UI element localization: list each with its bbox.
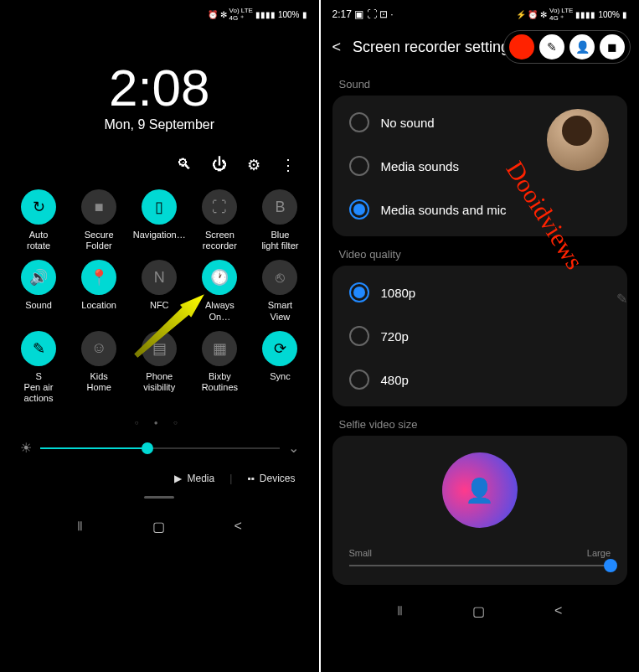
quality-card: ✎ 1080p720p480p	[332, 266, 628, 406]
tile-icon: ⎋	[262, 260, 297, 295]
tile-label: KidsHome	[86, 371, 111, 393]
tile-icon: ⛶	[202, 189, 237, 225]
recents-button[interactable]: ⦀	[77, 519, 83, 535]
brightness-icon: ☀	[20, 440, 32, 456]
home-button[interactable]: ▢	[472, 603, 485, 619]
time: 2:08	[0, 62, 319, 114]
radio-option[interactable]: 720p	[332, 314, 628, 358]
qs-tile[interactable]: 🔊Sound	[8, 260, 69, 322]
radio-label: Media sounds and mic	[381, 203, 507, 217]
quick-settings-panel: ⏰ ✻ Vo) LTE4G ⁺ ▮▮▮▮ 100% ▮ 2:08 Mon, 9 …	[0, 0, 321, 672]
tile-icon: 🔊	[21, 260, 56, 295]
radio-icon	[349, 199, 369, 220]
qs-tile[interactable]: ↻Autorotate	[8, 189, 69, 251]
tile-label: Autorotate	[27, 230, 50, 251]
tile-icon: ▦	[202, 331, 237, 366]
back-button[interactable]: <	[234, 519, 242, 535]
power-icon[interactable]: ⏻	[212, 156, 227, 174]
selfie-section-label: Selfie video size	[321, 406, 640, 436]
tile-icon: ☺	[81, 331, 116, 366]
qs-tile[interactable]: ■SecureFolder	[69, 189, 129, 251]
tile-label: SmartView	[268, 300, 292, 322]
tile-label: NFC	[150, 300, 169, 311]
selfie-camera-overlay[interactable]	[547, 109, 609, 171]
tile-icon: N	[142, 260, 177, 295]
sound-section-label: Sound	[321, 66, 640, 96]
media-button[interactable]: ▶ Media	[174, 473, 214, 484]
radio-label: 1080p	[381, 286, 416, 300]
tile-label: Screenrecorder	[203, 230, 237, 251]
tile-label: SecureFolder	[85, 230, 114, 251]
slider-min-label: Small	[349, 548, 373, 558]
devices-button[interactable]: ▪▪ Devices	[247, 473, 295, 484]
tile-icon: ✎	[21, 331, 56, 366]
tile-icon: ▯	[142, 189, 177, 225]
quick-settings-grid: ↻Autorotate■SecureFolder▯Navigation…⛶Scr…	[0, 189, 319, 404]
tile-label: AlwaysOn…	[205, 300, 234, 322]
tile-label: SPen air actions	[8, 371, 69, 405]
tile-label: Sound	[25, 300, 52, 311]
qs-tile[interactable]: ⎋SmartView	[250, 260, 310, 322]
settings-icon[interactable]: ⚙	[247, 156, 260, 174]
tile-label: Phonevisibility	[143, 371, 175, 393]
qs-tile[interactable]: ✎SPen air actions	[8, 331, 69, 405]
tile-label: Navigation…	[133, 230, 186, 240]
expand-icon[interactable]: ⌄	[288, 440, 299, 456]
selfie-button[interactable]: 👤	[569, 34, 595, 59]
draw-button[interactable]: ✎	[539, 34, 564, 59]
navigation-bar: ⦀ ▢ <	[321, 592, 640, 628]
qs-tile[interactable]: ⟳Sync	[250, 331, 310, 405]
brightness-slider[interactable]: ☀ ⌄	[0, 426, 319, 469]
radio-label: 720p	[381, 329, 409, 344]
tile-label: Bluelight filter	[261, 230, 298, 251]
status-bar: 2:17 ▣ ⛶ ⊡ · ⚡ ⏰ ✻ Vo) LTE4G ⁺ ▮▮▮▮ 100%…	[321, 0, 640, 28]
radio-label: No sound	[381, 116, 435, 130]
selfie-preview: 👤	[442, 452, 518, 528]
drag-handle[interactable]	[144, 496, 174, 499]
edit-icon[interactable]: ✎	[616, 291, 627, 307]
tile-icon: ↻	[21, 189, 56, 225]
tile-label: Location	[81, 300, 116, 311]
search-icon[interactable]: 🔍︎	[177, 156, 192, 174]
status-bar: ⏰ ✻ Vo) LTE4G ⁺ ▮▮▮▮ 100% ▮	[0, 0, 319, 28]
page-indicator[interactable]: ○ ● ○	[0, 419, 319, 426]
selfie-size-slider[interactable]	[349, 565, 611, 566]
status-icons: ⏰ ✻ Vo) LTE4G ⁺ ▮▮▮▮ 100% ▮	[208, 7, 307, 22]
qs-tile[interactable]: 📍Location	[69, 260, 129, 322]
radio-icon	[349, 282, 369, 302]
qs-tile[interactable]: ▯Navigation…	[129, 189, 189, 251]
panel-toolbar: 🔍︎ ⏻ ⚙ ⋮	[0, 132, 319, 189]
stop-button[interactable]: ◼	[600, 34, 625, 59]
more-icon[interactable]: ⋮	[281, 156, 296, 174]
back-icon[interactable]: <	[332, 39, 342, 56]
back-button[interactable]: <	[554, 603, 562, 619]
screen-recorder-settings: 2:17 ▣ ⛶ ⊡ · ⚡ ⏰ ✻ Vo) LTE4G ⁺ ▮▮▮▮ 100%…	[321, 0, 640, 672]
date: Mon, 9 September	[0, 117, 319, 132]
tile-label: Sync	[270, 371, 290, 382]
radio-icon	[349, 156, 369, 176]
radio-icon	[349, 370, 369, 390]
qs-tile[interactable]: ☺KidsHome	[69, 331, 129, 405]
qs-tile[interactable]: BBluelight filter	[250, 189, 310, 251]
navigation-bar: ⦀ ▢ <	[0, 507, 319, 543]
radio-icon	[349, 112, 369, 132]
radio-option[interactable]: 1080p	[332, 271, 628, 314]
qs-tile[interactable]: ▦BixbyRoutines	[189, 331, 250, 405]
qs-tile[interactable]: ⛶Screenrecorder	[189, 189, 250, 251]
radio-label: 480p	[381, 373, 409, 387]
radio-option[interactable]: 480p	[332, 358, 628, 401]
record-button[interactable]	[509, 34, 534, 59]
radio-icon	[349, 326, 369, 346]
tile-icon: 🕐	[202, 260, 237, 295]
quality-section-label: Video quality	[321, 236, 640, 266]
tile-icon: 📍	[81, 260, 116, 295]
recorder-floating-toolbar[interactable]: ✎ 👤 ◼	[503, 30, 631, 64]
selfie-card: 👤 Small Large	[332, 436, 628, 585]
home-button[interactable]: ▢	[152, 519, 165, 535]
recents-button[interactable]: ⦀	[397, 603, 403, 619]
slider-max-label: Large	[587, 548, 611, 558]
tile-icon: B	[262, 189, 297, 225]
radio-label: Media sounds	[381, 159, 459, 173]
panel-footer: ▶ Media | ▪▪ Devices	[0, 469, 319, 488]
radio-option[interactable]: Media sounds and mic	[332, 188, 628, 231]
